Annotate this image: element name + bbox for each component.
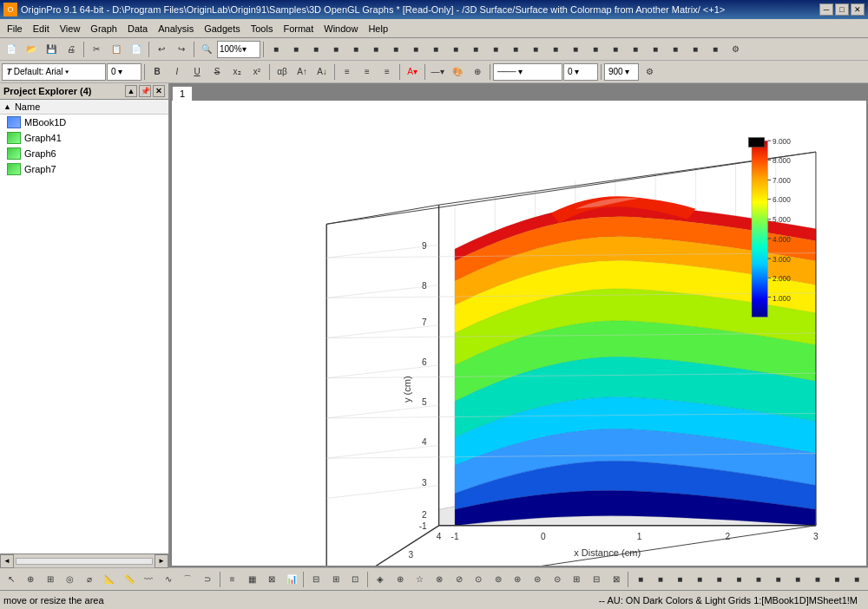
menu-data[interactable]: Data xyxy=(122,22,153,36)
btb-btn17[interactable]: ⊞ xyxy=(326,570,345,589)
line-color-btn[interactable]: —▾ xyxy=(428,62,447,82)
sidebar-item-graph41[interactable]: Graph41 xyxy=(0,130,168,146)
scroll-left-btn[interactable]: ◄ xyxy=(0,554,14,568)
tb-btn22[interactable]: ■ xyxy=(686,40,705,59)
btb-btn14[interactable]: ⊠ xyxy=(262,570,281,589)
print-btn[interactable]: 🖨 xyxy=(62,40,81,59)
menu-format[interactable]: Format xyxy=(278,22,319,36)
btb-btn23[interactable]: ⊘ xyxy=(450,570,469,589)
fill-color-btn[interactable]: 🎨 xyxy=(448,62,467,82)
tb-btn11[interactable]: ■ xyxy=(466,40,485,59)
tb-btn4[interactable]: ■ xyxy=(326,40,345,59)
redo-btn[interactable]: ↪ xyxy=(172,40,191,59)
menu-graph[interactable]: Graph xyxy=(85,22,122,36)
btb-btn41[interactable]: ■ xyxy=(808,570,827,589)
menu-tools[interactable]: Tools xyxy=(246,22,279,36)
line-num-dropdown[interactable]: 0 ▾ xyxy=(563,63,598,81)
tb-btn1[interactable]: ■ xyxy=(266,40,286,59)
menu-gadgets[interactable]: Gadgets xyxy=(199,22,246,36)
zoom-dropdown[interactable]: 100%▾ xyxy=(217,41,260,58)
btb-btn12[interactable]: ≡ xyxy=(223,570,242,589)
btb-btn21[interactable]: ☆ xyxy=(410,570,429,589)
tb-btn2[interactable]: ■ xyxy=(286,40,306,59)
menu-analysis[interactable]: Analysis xyxy=(153,22,199,36)
btb-btn33[interactable]: ■ xyxy=(651,570,670,589)
btb-btn42[interactable]: ■ xyxy=(828,570,847,589)
btb-btn22[interactable]: ⊗ xyxy=(430,570,449,589)
greek-btn[interactable]: αβ xyxy=(273,62,292,82)
sidebar-item-mbook1d[interactable]: MBook1D xyxy=(0,115,168,130)
btb-btn1[interactable]: ↖ xyxy=(2,570,21,589)
btb-btn7[interactable]: 📏 xyxy=(120,570,139,589)
tb-btn19[interactable]: ■ xyxy=(626,40,645,59)
btb-btn5[interactable]: ⌀ xyxy=(81,570,100,589)
copy-btn[interactable]: 📋 xyxy=(107,40,126,59)
btb-btn18[interactable]: ⊡ xyxy=(346,570,365,589)
btb-btn24[interactable]: ⊙ xyxy=(469,570,488,589)
sidebar-item-graph7[interactable]: Graph7 xyxy=(0,161,168,177)
tb-btn18[interactable]: ■ xyxy=(606,40,625,59)
btb-btn37[interactable]: ■ xyxy=(729,570,748,589)
tb-btn12[interactable]: ■ xyxy=(486,40,505,59)
btb-btn11[interactable]: ⊃ xyxy=(198,570,217,589)
save-btn[interactable]: 💾 xyxy=(42,40,61,59)
underline-btn[interactable]: U xyxy=(187,62,207,82)
align-right-btn[interactable]: ≡ xyxy=(378,62,397,82)
tb-btn21[interactable]: ■ xyxy=(666,40,685,59)
tb-btn24[interactable]: ⚙ xyxy=(726,40,745,59)
paste-btn[interactable]: 📄 xyxy=(127,40,146,59)
num-dropdown2[interactable]: 900 ▾ xyxy=(604,63,639,81)
btb-btn20[interactable]: ⊕ xyxy=(391,570,410,589)
line-width-dropdown[interactable]: ─── ▾ xyxy=(493,63,562,81)
tb-btn23[interactable]: ■ xyxy=(706,40,725,59)
btb-btn40[interactable]: ■ xyxy=(788,570,807,589)
new-btn[interactable]: 📄 xyxy=(2,40,21,59)
tb-btn8[interactable]: ■ xyxy=(406,40,425,59)
undo-btn[interactable]: ↩ xyxy=(152,40,171,59)
btb-btn2[interactable]: ⊕ xyxy=(22,570,41,589)
btb-btn16[interactable]: ⊟ xyxy=(306,570,326,589)
btb-btn4[interactable]: ◎ xyxy=(61,570,80,589)
btb-btn13[interactable]: ▦ xyxy=(242,570,261,589)
btb-btn25[interactable]: ⊚ xyxy=(489,570,508,589)
graph-tab-1[interactable]: 1 xyxy=(172,86,193,101)
btb-btn9[interactable]: ∿ xyxy=(159,570,178,589)
btb-btn15[interactable]: 📊 xyxy=(282,570,301,589)
sidebar-close-btn[interactable]: ✕ xyxy=(153,85,165,97)
tb-btn7[interactable]: ■ xyxy=(386,40,405,59)
menu-view[interactable]: View xyxy=(55,22,86,36)
btb-btn29[interactable]: ⊞ xyxy=(567,570,586,589)
special-btn[interactable]: ⊕ xyxy=(468,62,487,82)
align-left-btn[interactable]: ≡ xyxy=(338,62,357,82)
btb-btn34[interactable]: ■ xyxy=(671,570,690,589)
btb-btn31[interactable]: ⊠ xyxy=(607,570,626,589)
tb-btn14[interactable]: ■ xyxy=(526,40,545,59)
btb-btn6[interactable]: 📐 xyxy=(100,570,119,589)
maximize-button[interactable]: □ xyxy=(835,3,849,16)
tb-btn6[interactable]: ■ xyxy=(366,40,385,59)
btb-btn3[interactable]: ⊞ xyxy=(41,570,60,589)
tb-btn17[interactable]: ■ xyxy=(586,40,605,59)
font-size-up-btn[interactable]: A↑ xyxy=(293,62,312,82)
btb-btn39[interactable]: ■ xyxy=(769,570,788,589)
strikethrough-btn[interactable]: S xyxy=(207,62,227,82)
tb-btn5[interactable]: ■ xyxy=(346,40,365,59)
text-color-btn[interactable]: A▾ xyxy=(403,62,422,82)
tb-btn15[interactable]: ■ xyxy=(546,40,565,59)
btb-btn43[interactable]: ■ xyxy=(847,570,866,589)
tb-btn10[interactable]: ■ xyxy=(446,40,465,59)
font-dropdown[interactable]: 𝙏 Default: Arial ▾ xyxy=(2,63,106,81)
open-btn[interactable]: 📂 xyxy=(22,40,41,59)
tb-btn13[interactable]: ■ xyxy=(506,40,525,59)
extra-btn[interactable]: ⚙ xyxy=(640,62,659,82)
scroll-track[interactable] xyxy=(16,558,153,565)
btb-btn19[interactable]: ◈ xyxy=(371,570,390,589)
btb-btn26[interactable]: ⊛ xyxy=(509,570,528,589)
btb-btn36[interactable]: ■ xyxy=(710,570,729,589)
menu-file[interactable]: File xyxy=(2,22,28,36)
btb-btn30[interactable]: ⊟ xyxy=(587,570,606,589)
font-size-dn-btn[interactable]: A↓ xyxy=(312,62,332,82)
menu-help[interactable]: Help xyxy=(363,22,393,36)
btb-btn38[interactable]: ■ xyxy=(749,570,768,589)
sidebar-dock-btn[interactable]: ▲ xyxy=(125,85,137,97)
